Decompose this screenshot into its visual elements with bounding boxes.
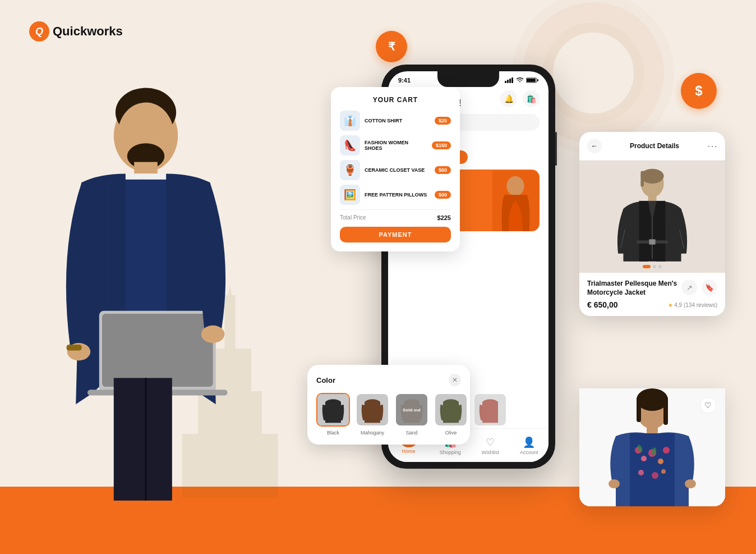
color-option-mahogany[interactable]: Mahogany — [356, 393, 389, 436]
svg-rect-43 — [637, 397, 641, 422]
man-figure — [6, 66, 286, 503]
nav-home-label: Home — [402, 448, 416, 454]
cart-item-4: 🖼️ FREE PATTERN PILLOWS $00 — [340, 185, 451, 205]
svg-point-52 — [638, 470, 644, 475]
cart-item-price-1: $25 — [435, 117, 451, 125]
cart-icon[interactable]: 🛍️ — [523, 90, 540, 107]
sold-out-overlay: Sold out — [396, 394, 427, 425]
badge-right-icon: $ — [695, 83, 702, 99]
pd-product-name: Trialmaster Pellesque Men's Motorcycle J… — [587, 280, 681, 297]
battery-icon — [526, 77, 538, 83]
color-label-black: Black — [327, 430, 339, 436]
nav-shopping-label: Shopping — [440, 450, 461, 455]
cart-total-label: Total Price — [340, 214, 366, 221]
badge-right: $ — [681, 73, 717, 109]
cart-item-1: 👔 COTTON SHIRT $25 — [340, 111, 451, 131]
pd-back-button[interactable]: ← — [587, 139, 602, 153]
logo[interactable]: Q Quickworks — [29, 21, 123, 42]
account-icon: 👤 — [523, 436, 535, 448]
cart-item-price-3: $60 — [435, 166, 451, 174]
wifi-icon — [516, 77, 524, 83]
svg-rect-23 — [511, 77, 513, 83]
cart-total-row: Total Price $225 — [340, 209, 451, 221]
color-label-olive: Olive — [445, 430, 457, 436]
color-option-black[interactable]: Black — [316, 393, 350, 436]
svg-rect-32 — [640, 171, 644, 186]
cart-item-3: 🏺 CERAMIC CLOSET VASE $60 — [340, 160, 451, 180]
cart-item-price-2: $150 — [432, 141, 451, 149]
pd-rating-row: € 650,00 ★ 4,9 (134 reviews) — [587, 300, 717, 309]
cart-item-name-1: COTTON SHIRT — [365, 118, 430, 123]
svg-point-58 — [685, 479, 696, 488]
pd-title: Product Details — [630, 142, 679, 150]
svg-point-54 — [661, 469, 666, 474]
bookmark-button[interactable]: 🔖 — [702, 280, 717, 295]
pd-price: € 650,00 — [587, 300, 618, 309]
badge-top-icon: ₹ — [388, 40, 395, 53]
badge-top: ₹ — [376, 31, 407, 62]
svg-point-16 — [201, 326, 225, 343]
woman-model-container: ♡ — [579, 388, 725, 506]
product-details-card: ← Product Details ⋯ — [579, 132, 725, 316]
color-picker-popup: Color ✕ Black — [307, 365, 470, 445]
pd-header: ← Product Details ⋯ — [579, 132, 725, 161]
pd-dot-1 — [643, 265, 651, 268]
svg-text:♡: ♡ — [704, 401, 712, 410]
cart-popup: YOUR CART 👔 COTTON SHIRT $25 👠 FASHION W… — [331, 87, 460, 251]
phone-notch — [437, 71, 499, 87]
svg-rect-25 — [527, 79, 536, 82]
pd-dot-3 — [658, 265, 662, 268]
color-option-olive[interactable]: Olive — [434, 393, 468, 436]
color-picker-close[interactable]: ✕ — [449, 374, 461, 386]
man-container — [0, 60, 314, 554]
header-icons: 🔔 🛍️ — [500, 90, 540, 107]
cart-item-price-4: $00 — [435, 191, 451, 199]
svg-rect-18 — [114, 378, 172, 500]
share-button[interactable]: ↗ — [681, 280, 697, 295]
color-swatch-black — [316, 393, 350, 427]
woman-figure: ♡ — [579, 388, 725, 506]
nav-account[interactable]: 👤 Account — [520, 436, 538, 455]
svg-rect-26 — [537, 79, 538, 81]
color-label-mahogany: Mahogany — [361, 430, 384, 436]
nav-wishlist-label: Wishlist — [482, 450, 499, 455]
svg-point-28 — [506, 176, 524, 196]
notification-bell[interactable]: 🔔 — [500, 90, 517, 107]
cart-item-img-2: 👠 — [340, 135, 360, 155]
pd-image-area — [579, 161, 725, 273]
svg-rect-44 — [663, 397, 668, 425]
nav-account-label: Account — [520, 450, 538, 455]
logo-icon: Q — [29, 21, 49, 42]
star-icon: ★ — [668, 302, 673, 308]
logo-text: Quickworks — [53, 24, 123, 39]
svg-rect-20 — [505, 81, 506, 83]
svg-point-42 — [637, 388, 668, 411]
cart-item-img-3: 🏺 — [340, 160, 360, 180]
signal-icon — [505, 77, 514, 83]
color-option-sand[interactable]: Sold out Sand — [395, 393, 428, 436]
pd-rating: ★ 4,9 (134 reviews) — [668, 302, 718, 308]
pd-more-icon[interactable]: ⋯ — [707, 140, 717, 152]
svg-rect-13 — [102, 314, 213, 387]
status-icons — [505, 77, 538, 83]
cart-item-img-1: 👔 — [340, 111, 360, 131]
svg-point-57 — [609, 479, 620, 488]
cart-title: YOUR CART — [340, 96, 451, 104]
rating-value: 4,9 — [674, 302, 682, 308]
nav-wishlist[interactable]: ♡ Wishlist — [482, 436, 499, 455]
svg-rect-37 — [649, 239, 655, 244]
bg-circles — [543, 22, 644, 123]
color-options-row: Black Mahogany — [316, 393, 461, 436]
phone-side-btn — [555, 132, 557, 166]
pd-actions: ↗ 🔖 — [681, 280, 717, 295]
cart-item-img-4: 🖼️ — [340, 185, 360, 205]
cart-total-value: $225 — [437, 214, 451, 221]
color-picker-title: Color — [316, 376, 335, 384]
review-count: (134 reviews) — [684, 302, 717, 308]
payment-button[interactable]: PAYMENT — [340, 227, 451, 242]
svg-rect-46 — [630, 433, 675, 506]
svg-point-51 — [663, 447, 670, 454]
color-option-extra[interactable] — [473, 393, 507, 436]
color-swatch-extra — [473, 393, 507, 427]
svg-point-53 — [652, 472, 658, 479]
